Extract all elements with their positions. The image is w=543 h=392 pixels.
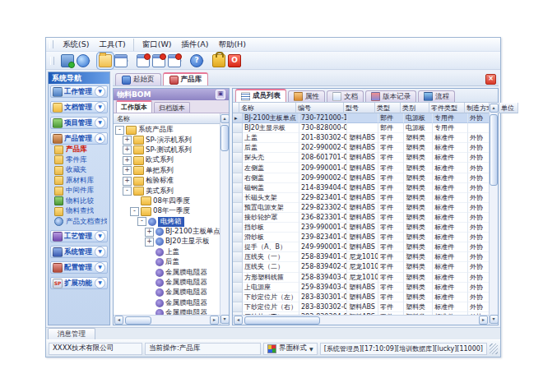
table-row[interactable]: 压线夹（二） 258-839402-00X 尼龙1010 零件 塑料类 标准件 … bbox=[233, 262, 489, 272]
tree-row[interactable]: + 单把系列 bbox=[114, 166, 220, 176]
sidebar-item[interactable]: 物料查找 bbox=[50, 206, 108, 217]
cascade-window-icon[interactable] bbox=[168, 54, 181, 67]
sidebar-section-header[interactable]: 工作管理 ▼ bbox=[50, 85, 108, 98]
exit-icon[interactable] bbox=[228, 54, 241, 67]
tree-row[interactable]: + 欧式系列 bbox=[114, 155, 220, 165]
sidebar-item[interactable]: 收藏夹 bbox=[50, 165, 108, 176]
table-horizontal-scrollbar[interactable]: ◂ ▸ bbox=[233, 315, 489, 325]
version-tab[interactable]: 归档版本 bbox=[154, 102, 190, 113]
tree-row[interactable]: + SP-演示机系列 bbox=[114, 135, 220, 145]
tree-row[interactable]: - 系统产品库 bbox=[114, 125, 220, 135]
document-tab[interactable]: 起始页 bbox=[115, 73, 161, 85]
tree-row[interactable]: 上盖 bbox=[114, 247, 220, 257]
table-column-header[interactable]: 单位 bbox=[499, 103, 518, 113]
tree-row[interactable]: + 检验标准 bbox=[114, 176, 220, 186]
scrollbar-thumb[interactable] bbox=[125, 316, 151, 325]
table-row[interactable]: 磁钢盖 214-839404-01X 塑料ABS 零件 塑料类 标准件 外协 条 bbox=[233, 183, 489, 193]
globe-icon[interactable] bbox=[77, 54, 90, 67]
chevron-icon[interactable]: ▼ bbox=[95, 231, 105, 242]
sidebar-section-header[interactable]: 文档管理 ▼ bbox=[50, 101, 108, 113]
tree-vertical-scrollbar[interactable]: ▴ ▾ bbox=[220, 113, 229, 325]
close-window-icon[interactable] bbox=[152, 54, 165, 67]
pin-icon[interactable]: ▣ bbox=[216, 90, 225, 99]
tree-row[interactable]: - 电烤箱 bbox=[114, 217, 220, 227]
scroll-left-icon[interactable]: ◂ bbox=[114, 316, 123, 325]
document-tab[interactable]: 产品库 bbox=[163, 72, 209, 85]
tree-toggle[interactable]: + bbox=[123, 156, 132, 165]
table-row[interactable]: 左侧盖 209-990001-01X 塑料ABS 零件 塑料类 标准件 外协 条 bbox=[233, 163, 489, 173]
table-column-header[interactable]: 编号 bbox=[296, 103, 344, 113]
menu-item[interactable]: 插件(A) bbox=[176, 39, 213, 51]
ui-style-selector[interactable]: 界面样式 ▼ bbox=[263, 343, 318, 355]
table-row[interactable]: 后盖 202-990002-01X 塑料ABS 零件 塑料类 标准件 外协 条 bbox=[233, 143, 489, 153]
window-view-icon[interactable] bbox=[114, 54, 128, 67]
tree-toggle[interactable]: + bbox=[145, 228, 154, 237]
scroll-right-icon[interactable]: ▸ bbox=[210, 316, 219, 325]
table-row[interactable]: 上电源座 259-839403-00X 塑料ABS 零件 塑料类 标准件 外协 … bbox=[233, 283, 489, 293]
tree-toggle[interactable]: + bbox=[123, 177, 132, 186]
sidebar-section-header[interactable]: 配置管理 ▼ bbox=[50, 261, 108, 274]
table-row[interactable]: 提手（A、B） 249-990001-01X 塑料ABS 零件 塑料类 标准件 … bbox=[233, 242, 489, 252]
tree-toggle[interactable]: + bbox=[123, 166, 132, 175]
table-column-header[interactable]: 型号 bbox=[344, 103, 375, 113]
sidebar-item[interactable]: 物料比较 bbox=[50, 196, 108, 207]
sidebar-item[interactable]: 产品文档查找 bbox=[50, 217, 108, 228]
member-tab[interactable]: 属性 bbox=[288, 90, 325, 102]
scrollbar-thumb[interactable] bbox=[244, 316, 320, 325]
sidebar-section-header[interactable]: 扩展功能 ▼ bbox=[50, 277, 108, 289]
scroll-up-icon[interactable]: ▴ bbox=[490, 104, 499, 113]
tree-row[interactable]: - 美式系列 bbox=[114, 186, 220, 196]
table-column-header[interactable]: 类别 bbox=[401, 103, 429, 113]
tree-row[interactable]: + SP-测试机系列 bbox=[114, 145, 220, 155]
sidebar-item[interactable]: 原材料库 bbox=[50, 176, 108, 187]
tree-toggle[interactable]: + bbox=[145, 238, 154, 247]
tree-row[interactable]: 金属膜电阻器 bbox=[114, 288, 220, 297]
tree-toggle[interactable]: - bbox=[123, 187, 132, 196]
menu-item[interactable]: 帮助(H) bbox=[213, 39, 251, 51]
sidebar-item[interactable]: 中间件库 bbox=[50, 186, 108, 196]
chevron-icon[interactable]: ▼ bbox=[95, 262, 105, 273]
table-row[interactable]: 滑纱板 239-823401-00X 塑料ABS 零件 塑料类 标准件 外协 条 bbox=[233, 233, 489, 242]
table-row[interactable]: 方形塑料线箍 258-839403-00X 尼龙1010 零件 塑料类 标准件 … bbox=[233, 273, 489, 283]
table-row[interactable]: 上盖 201-830302-00X 塑料ABS 零件 塑料类 标准件 外协 条 bbox=[233, 133, 489, 143]
tree-toggle[interactable]: - bbox=[137, 217, 146, 226]
scrollbar-thumb[interactable] bbox=[220, 125, 229, 151]
member-tab[interactable]: 流程 bbox=[418, 90, 455, 102]
chevron-icon[interactable]: ▼ bbox=[95, 278, 105, 288]
sidebar-section-header[interactable]: 工艺管理 ▼ bbox=[50, 230, 108, 242]
table-row[interactable]: 压线夹（一） 258-839401-00X 尼龙1010 零件 塑料类 标准件 … bbox=[233, 252, 489, 262]
table-row[interactable]: 右侧盖 209-990002-01X 塑料ABS 零件 塑料类 标准件 外协 条 bbox=[233, 173, 489, 183]
sidebar-section-header[interactable]: 系统管理 ▼ bbox=[50, 246, 108, 258]
lock-icon[interactable] bbox=[212, 54, 225, 67]
table-vertical-scrollbar[interactable]: ▴ ▾ bbox=[489, 103, 498, 325]
sidebar-section-header[interactable]: 产品管理 ▲ bbox=[50, 132, 108, 145]
tree-row[interactable]: 后盖 bbox=[114, 257, 220, 267]
scroll-right-icon[interactable]: ▸ bbox=[479, 316, 488, 325]
table-row[interactable]: 挡纱板 239-990001-01X 塑料ABS 零件 塑料类 标准件 外协 条 bbox=[233, 223, 489, 233]
tree-row[interactable]: 金属膜电阻器 bbox=[114, 298, 220, 308]
table-row[interactable]: 预置电源支架 229-823302-00X 塑料ABS 零件 塑料类 标准件 外… bbox=[233, 203, 489, 213]
table-column-header[interactable]: 名称 bbox=[239, 103, 296, 113]
scrollbar-thumb[interactable] bbox=[490, 114, 498, 186]
member-tab[interactable]: 版本记录 bbox=[365, 90, 416, 102]
toolbar-grip[interactable] bbox=[50, 57, 54, 65]
tree-toggle[interactable]: + bbox=[123, 145, 132, 154]
workstation-icon[interactable] bbox=[61, 54, 74, 67]
table-column-header[interactable]: 类型 bbox=[375, 103, 401, 113]
tree-toggle[interactable]: - bbox=[115, 126, 124, 135]
menu-item[interactable]: 工具(T) bbox=[94, 39, 133, 51]
sidebar-item[interactable]: 产品库 bbox=[50, 145, 108, 155]
table-row[interactable]: 探头壳 208-601701-01X 塑料ABS 零件 塑料类 标准件 外协 条 bbox=[233, 153, 489, 163]
chevron-icon[interactable]: ▼ bbox=[95, 102, 105, 113]
tree-row[interactable]: 金属膜电阻器 bbox=[114, 308, 220, 315]
close-tab-button[interactable]: × bbox=[485, 74, 496, 85]
version-tab[interactable]: 工作版本 bbox=[116, 100, 152, 113]
menu-item[interactable]: 窗口(W) bbox=[137, 39, 177, 51]
new-window-icon[interactable] bbox=[137, 54, 150, 67]
sidebar-item[interactable]: 零件库 bbox=[50, 155, 108, 166]
menubar-grip[interactable] bbox=[49, 40, 53, 48]
chevron-icon[interactable]: ▼ bbox=[95, 247, 105, 257]
chevron-icon[interactable]: ▼ bbox=[95, 118, 105, 128]
menu-item[interactable]: 系统(S) bbox=[58, 39, 94, 51]
sidebar-section-header[interactable]: 项目管理 ▼ bbox=[50, 117, 108, 129]
